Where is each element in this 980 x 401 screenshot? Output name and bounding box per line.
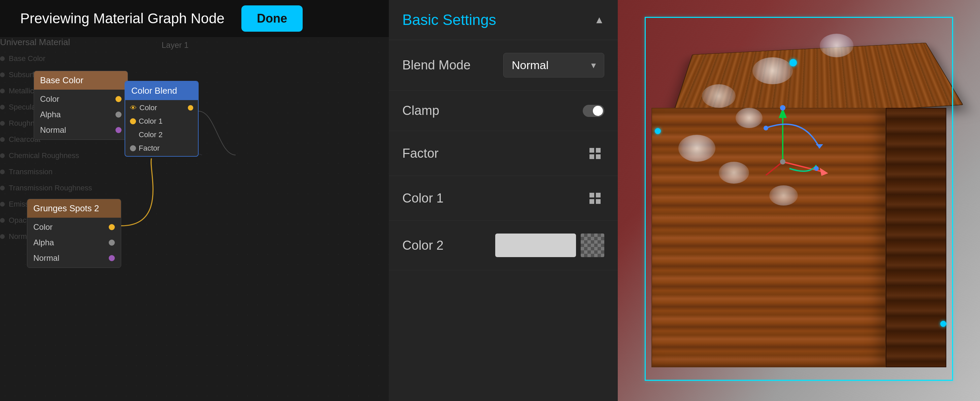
- topbar: Previewing Material Graph Node Done: [0, 0, 389, 37]
- preview-title: Previewing Material Graph Node: [20, 10, 224, 27]
- port-label: Factor: [139, 144, 159, 153]
- svg-point-9: [814, 166, 819, 171]
- port-label: Color: [33, 222, 52, 232]
- snow-spot: [678, 135, 715, 162]
- svg-marker-5: [816, 144, 823, 148]
- port-label: Normal: [33, 253, 59, 263]
- port-dot-g-alpha: [109, 240, 115, 246]
- color2-swatch[interactable]: [495, 233, 576, 257]
- grid-icon: [589, 148, 601, 159]
- node-base-color-header: Base Color: [34, 71, 127, 89]
- port-dot-g-color: [109, 224, 115, 230]
- port-dot-color: [116, 96, 121, 102]
- toggle-knob: [593, 106, 603, 116]
- clamp-label: Clamp: [402, 104, 439, 118]
- port-normal: Normal: [40, 125, 121, 135]
- blend-mode-row: Blend Mode Normal ▾: [389, 40, 618, 91]
- control-dot: [940, 321, 947, 327]
- universal-port: Transmission: [0, 168, 389, 176]
- node-grunges-spots[interactable]: Grunges Spots 2 Color Alpha Normal: [27, 199, 121, 268]
- clamp-row: Clamp: [389, 91, 618, 131]
- universal-port: Base Color: [0, 54, 389, 63]
- chevron-down-icon: ▾: [591, 60, 596, 71]
- done-button[interactable]: Done: [241, 5, 303, 32]
- node-base-color-body: Color Alpha Normal: [34, 89, 127, 139]
- svg-point-8: [764, 126, 768, 130]
- port-color: Color: [40, 94, 121, 104]
- port-label: Color 2: [139, 130, 162, 139]
- transform-gizmo: [736, 94, 830, 189]
- box-right-face: [886, 108, 947, 367]
- factor-label: Factor: [402, 146, 439, 161]
- settings-header: Basic Settings ▲: [389, 0, 618, 40]
- snow-spot: [752, 57, 793, 84]
- port-label: Normal: [40, 125, 66, 135]
- color2-label: Color 2: [402, 238, 444, 253]
- port-row-color1: Color 1: [130, 117, 193, 126]
- color1-label: Color 1: [402, 191, 444, 206]
- control-dot: [655, 128, 661, 134]
- grid-icon: [589, 193, 601, 204]
- clamp-toggle[interactable]: [583, 105, 604, 117]
- settings-title: Basic Settings: [402, 11, 496, 28]
- universal-port: Transmission Roughness: [0, 184, 389, 192]
- blend-mode-value: Normal: [512, 59, 584, 72]
- collapse-button[interactable]: ▲: [594, 14, 604, 26]
- svg-line-4: [766, 162, 783, 175]
- viewport-panel: [618, 0, 980, 401]
- port-label: Color: [139, 104, 157, 112]
- port-alpha: Alpha: [40, 110, 121, 119]
- factor-expand-button[interactable]: [585, 144, 604, 163]
- universal-label: Universal Material: [0, 37, 389, 48]
- port-row-color2: Color 2: [130, 130, 193, 139]
- scene-container: [618, 0, 980, 401]
- port-dot-right: [188, 105, 193, 110]
- port-dot-g-normal: [109, 255, 115, 261]
- port-dot-alpha: [116, 112, 121, 118]
- control-dot: [789, 59, 797, 66]
- node-color-blend[interactable]: Color Blend 👁 Color Color 1 Color 2 Fact…: [124, 81, 199, 157]
- port-dot-normal: [116, 127, 121, 133]
- node-color-blend-body: 👁 Color Color 1 Color 2 Factor: [125, 100, 198, 156]
- color2-controls: [495, 233, 604, 257]
- port-row-color: 👁 Color: [130, 104, 193, 112]
- color1-row: Color 1: [389, 176, 618, 221]
- svg-point-6: [780, 159, 786, 165]
- svg-point-7: [780, 105, 786, 110]
- port-label: Color 1: [139, 117, 162, 126]
- port-label: Alpha: [33, 238, 54, 247]
- eye-icon: 👁: [130, 104, 137, 112]
- snow-spot: [702, 84, 736, 108]
- checker-icon[interactable]: [581, 233, 604, 257]
- node-color-blend-header: Color Blend: [125, 81, 198, 100]
- layer-label: Layer 1: [162, 40, 189, 50]
- svg-marker-3: [820, 168, 828, 176]
- port-row-factor: Factor: [130, 144, 193, 153]
- graph-canvas[interactable]: Layer 1 Base Color Color Alpha: [0, 37, 389, 401]
- snow-spot: [820, 34, 853, 57]
- graph-panel: Previewing Material Graph Node Done Laye…: [0, 0, 389, 401]
- color2-row: Color 2: [389, 221, 618, 270]
- factor-row: Factor: [389, 131, 618, 176]
- port-label: Color: [40, 94, 59, 104]
- node-grunges-header: Grunges Spots 2: [27, 199, 121, 218]
- port-dot-factor: [130, 145, 136, 151]
- port-alpha-g: Alpha: [33, 238, 115, 247]
- port-normal-g: Normal: [33, 253, 115, 263]
- blend-mode-label: Blend Mode: [402, 58, 471, 72]
- port-dot-color1-left: [130, 118, 136, 125]
- node-grunges-body: Color Alpha Normal: [27, 218, 121, 268]
- node-base-color[interactable]: Base Color Color Alpha Normal: [33, 71, 128, 140]
- port-color-g: Color: [33, 222, 115, 232]
- port-label: Alpha: [40, 110, 60, 119]
- blend-mode-dropdown[interactable]: Normal ▾: [503, 53, 604, 78]
- settings-panel: Basic Settings ▲ Blend Mode Normal ▾ Cla…: [389, 0, 618, 401]
- color1-expand-button[interactable]: [585, 189, 604, 208]
